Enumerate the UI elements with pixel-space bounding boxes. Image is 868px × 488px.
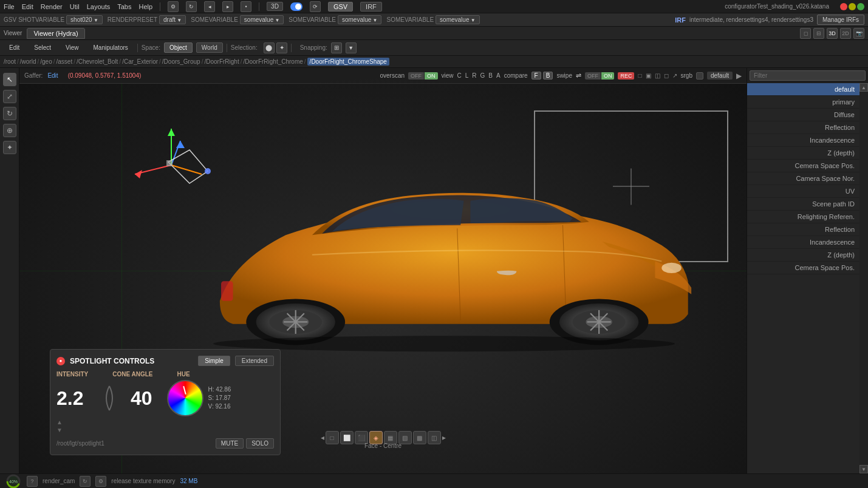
render-output-item-3[interactable]: Reflection — [747, 121, 859, 134]
menu-edit[interactable]: Edit — [22, 3, 33, 10]
minimize-btn[interactable] — [849, 3, 856, 10]
spotlight-extended-tab[interactable]: Extended — [235, 356, 274, 366]
intensity-down-arrow[interactable]: ▼ — [56, 427, 63, 433]
view-2d-icon[interactable]: 2D — [840, 28, 851, 39]
somevalue-dropdown-2[interactable]: somevalue — [338, 15, 382, 24]
menu-render[interactable]: Render — [41, 3, 63, 10]
render-output-item-9[interactable]: Scene path ID — [747, 198, 859, 211]
draft-dropdown[interactable]: draft — [159, 15, 186, 24]
mute-button[interactable]: MUTE — [216, 438, 244, 449]
rotate-tool-btn[interactable]: ↻ — [3, 107, 16, 120]
3d-button[interactable]: 3D — [267, 2, 283, 11]
vp-btn-frame[interactable]: □ — [326, 431, 339, 444]
icon2[interactable]: ▣ — [646, 72, 651, 79]
view-tab[interactable]: View — [60, 42, 84, 53]
rec-btn[interactable]: REC — [618, 72, 634, 80]
swipe-on[interactable]: ON — [601, 72, 615, 80]
compare-b-btn[interactable]: B — [543, 72, 553, 80]
select-tool-btn[interactable]: ↖ — [3, 73, 16, 86]
vp-prev-arrow[interactable]: ◂ — [321, 433, 324, 442]
compare-f-btn[interactable]: F — [531, 72, 541, 80]
memory-size[interactable]: 32 MB — [180, 478, 197, 484]
gaffer-edit-btn[interactable]: Edit — [47, 72, 58, 79]
render-output-item-4[interactable]: Incandescence — [747, 134, 859, 147]
camera-refresh-btn[interactable]: ↻ — [80, 476, 91, 487]
gsv-button[interactable]: GSV — [328, 2, 353, 12]
point-sel-icon[interactable]: ✦ — [276, 42, 287, 53]
sphere-sel-icon[interactable]: ⬤ — [264, 42, 275, 53]
bc-world[interactable]: /world — [20, 58, 36, 65]
solo-button[interactable]: SOLO — [246, 438, 274, 449]
view-split-icon[interactable]: ⊟ — [813, 28, 824, 39]
refresh-icon[interactable]: ↻ — [186, 1, 197, 12]
render-output-item-0[interactable]: default — [747, 83, 859, 96]
spotlight-simple-tab[interactable]: Simple — [198, 356, 230, 366]
translate-tool-btn[interactable]: ⤢ — [3, 90, 16, 103]
somevalue-dropdown-1[interactable]: somevalue — [240, 15, 284, 24]
render-output-item-14[interactable]: Cemera Space Pos. — [747, 262, 859, 274]
scrollbar-up[interactable]: ▲ — [859, 83, 868, 92]
srgb-icon[interactable] — [696, 72, 703, 80]
vp-btn-cube-front[interactable]: ⬜ — [340, 431, 354, 444]
filter-input[interactable] — [750, 70, 866, 81]
edit-tab[interactable]: Edit — [4, 42, 25, 53]
menu-help[interactable]: Help — [138, 3, 152, 10]
menu-util[interactable]: Util — [70, 3, 80, 10]
icon1[interactable]: □ — [638, 72, 641, 79]
dot-icon[interactable]: • — [241, 1, 251, 12]
scale-tool-btn[interactable]: ⊕ — [3, 124, 16, 137]
object-tab[interactable]: Object — [164, 42, 193, 53]
bc-exterior[interactable]: /Car_Exterior — [122, 58, 158, 65]
intensity-up-arrow[interactable]: ▲ — [56, 419, 63, 425]
render-output-item-10[interactable]: Relighting Referen. — [747, 211, 859, 223]
select-tab[interactable]: Select — [29, 42, 56, 53]
panel-expand-icon[interactable]: ▶ — [736, 72, 742, 80]
overscan-on[interactable]: ON — [425, 72, 438, 80]
bc-root[interactable]: /root — [4, 58, 16, 65]
icon4[interactable]: ◻ — [664, 72, 669, 79]
view-r[interactable]: R — [472, 72, 476, 79]
view-g[interactable]: G — [480, 72, 485, 79]
snap-icon[interactable]: ⊞ — [331, 42, 342, 53]
view-l[interactable]: L — [465, 72, 469, 79]
scrollbar-track[interactable] — [859, 92, 868, 465]
render-output-item-11[interactable]: Reflection — [747, 223, 859, 236]
view-3d-icon[interactable]: 3D — [827, 28, 838, 39]
overscan-off[interactable]: OFF — [408, 72, 424, 80]
swipe-toggle[interactable]: OFF ON — [585, 72, 615, 80]
bc-chevy[interactable]: /Chevrolet_Bolt — [77, 58, 118, 65]
manipulators-tab[interactable]: Manipulators — [88, 42, 134, 53]
render-output-item-5[interactable]: Z (depth) — [747, 147, 859, 160]
render-output-item-6[interactable]: Cemera Space Pos. — [747, 160, 859, 172]
swipe-off[interactable]: OFF — [585, 72, 601, 80]
render-output-item-12[interactable]: Incandescence — [747, 236, 859, 249]
view-monitor-icon[interactable]: ◻ — [800, 28, 811, 39]
maximize-btn[interactable] — [857, 3, 864, 10]
help-btn[interactable]: ? — [27, 476, 38, 487]
menu-tabs[interactable]: Tabs — [117, 3, 131, 10]
bc-doors[interactable]: /Doors_Group — [162, 58, 200, 65]
color-wheel[interactable] — [167, 380, 203, 416]
bc-geo[interactable]: /geo — [40, 58, 52, 65]
bc-chrome-shape[interactable]: /DoorFrRight_ChromeShape — [307, 58, 389, 66]
intensity-value[interactable]: 2.2 — [56, 387, 93, 410]
settings-icon[interactable]: ⚙ — [168, 1, 179, 12]
overscan-toggle[interactable]: OFF ON — [408, 72, 438, 80]
forward-icon[interactable]: ▸ — [222, 1, 233, 12]
view-a[interactable]: A — [496, 72, 501, 79]
cycle-icon[interactable]: ⟳ — [310, 1, 321, 12]
vp-next-arrow[interactable]: ▸ — [442, 433, 446, 442]
back-icon[interactable]: ◂ — [204, 1, 215, 12]
world-tab[interactable]: World — [196, 42, 223, 53]
render-output-item-7[interactable]: Camera Space Nor. — [747, 172, 859, 185]
manage-irf-button[interactable]: Manage IRFs — [817, 15, 864, 25]
bc-asset[interactable]: /asset — [56, 58, 73, 65]
custom-tool-btn[interactable]: ✦ — [3, 141, 16, 154]
icon5[interactable]: ↗ — [672, 72, 677, 79]
irf-button[interactable]: IRF — [360, 2, 382, 12]
snap-dropdown[interactable]: ▼ — [346, 42, 357, 53]
viewport[interactable]: Gaffer: Edit (0.09048, 0.5767, 1.51004) … — [19, 68, 747, 473]
menu-file[interactable]: File — [4, 3, 15, 10]
toggle-icon[interactable] — [290, 2, 302, 11]
bc-chrome[interactable]: /DoorFrRight_Chrome — [243, 58, 302, 65]
